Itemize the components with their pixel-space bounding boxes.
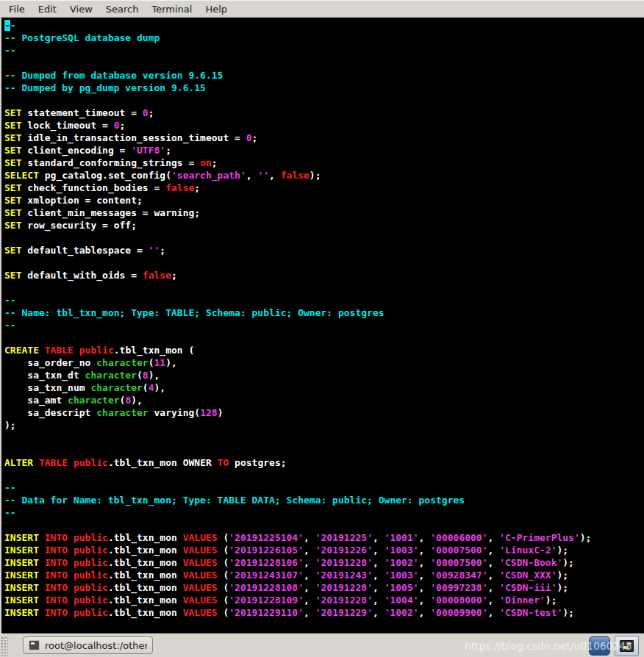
terminal-line <box>4 57 644 69</box>
terminal-line: -- Dumped from database version 9.6.15 <box>4 69 644 82</box>
terminal-line <box>4 281 644 294</box>
window-list-button-label: root@localhost:/other/... <box>45 640 147 651</box>
menu-item-terminal[interactable]: Terminal <box>145 1 198 17</box>
mini-terminal-window-icon <box>620 640 634 652</box>
terminal-line: sa_txn_dt character(8), <box>4 369 644 381</box>
menu-item-search[interactable]: Search <box>99 1 146 17</box>
terminal-line: SELECT pg_catalog.set_config('search_pat… <box>4 169 644 182</box>
terminal-line: ); <box>4 419 644 431</box>
menu-item-edit[interactable]: Edit <box>32 1 63 17</box>
menu-item-view[interactable]: View <box>63 1 99 17</box>
terminal-line: INSERT INTO public.tbl_txn_mon VALUES ('… <box>4 594 644 606</box>
terminal-line: INSERT INTO public.tbl_txn_mon VALUES ('… <box>4 581 644 594</box>
terminal-line: ALTER TABLE public.tbl_txn_mon OWNER TO … <box>4 456 644 469</box>
terminal-line: -- <box>4 44 644 57</box>
terminal-line: SET client_encoding = 'UTF8'; <box>4 144 644 157</box>
terminal-line: SET check_function_bodies = false; <box>4 182 644 194</box>
terminal-line <box>4 431 644 444</box>
terminal-screen[interactable]: ---- PostgreSQL database dump-- -- Dumpe… <box>0 18 644 633</box>
terminal-line: -- Name: tbl_txn_mon; Type: TABLE; Schem… <box>4 306 644 319</box>
terminal-line: SET row_security = off; <box>4 219 644 231</box>
terminal-line: -- <box>4 481 644 494</box>
terminal-line: CREATE TABLE public.tbl_txn_mon ( <box>4 344 644 356</box>
terminal-line <box>4 519 644 531</box>
terminal-cursor: - <box>4 20 10 31</box>
panel-drag-handle[interactable] <box>0 636 8 656</box>
terminal-line: SET default_tablespace = ''; <box>4 244 644 256</box>
terminal-line <box>4 231 644 244</box>
terminal-line <box>4 444 644 456</box>
terminal-icon <box>29 640 40 650</box>
terminal-line: SET idle_in_transaction_session_timeout … <box>4 132 644 144</box>
terminal-line: -- Dumped by pg_dump version 9.6.15 <box>4 82 644 94</box>
terminal-line: SET standard_conforming_strings = on; <box>4 157 644 169</box>
menu-item-help[interactable]: Help <box>198 1 234 17</box>
terminal-line: SET client_min_messages = warning; <box>4 207 644 219</box>
terminal-line: sa_txn_num character(4), <box>4 381 644 394</box>
terminal-line: INSERT INTO public.tbl_txn_mon VALUES ('… <box>4 606 644 619</box>
terminal-line: -- <box>4 506 644 519</box>
terminal-line: SET statement_timeout = 0; <box>4 107 644 119</box>
terminal-line: -- <box>4 19 644 32</box>
terminal-line <box>4 94 644 107</box>
taskbar-panel: root@localhost:/other/... https://blog.c… <box>0 633 644 657</box>
blue-applet-icon[interactable] <box>589 636 610 656</box>
terminal-line <box>4 331 644 344</box>
menu-item-file[interactable]: File <box>2 1 32 17</box>
terminal-line: -- <box>4 319 644 331</box>
terminal-line: sa_order_no character(11), <box>4 356 644 369</box>
terminal-line: INSERT INTO public.tbl_txn_mon VALUES ('… <box>4 544 644 556</box>
terminal-line: INSERT INTO public.tbl_txn_mon VALUES ('… <box>4 556 644 569</box>
terminal-line: SET xmloption = content; <box>4 194 644 207</box>
window-list-button-terminal[interactable]: root@localhost:/other/... <box>23 636 153 654</box>
terminal-line <box>4 256 644 269</box>
terminal-line: INSERT INTO public.tbl_txn_mon VALUES ('… <box>4 569 644 581</box>
terminal-line: -- PostgreSQL database dump <box>4 32 644 44</box>
menu-bar: FileEditViewSearchTerminalHelp <box>0 0 644 18</box>
workspace-switcher-button[interactable] <box>615 636 639 656</box>
terminal-line: sa_descript character varying(128) <box>4 406 644 419</box>
terminal-line: SET default_with_oids = false; <box>4 269 644 281</box>
terminal-line: INSERT INTO public.tbl_txn_mon VALUES ('… <box>4 531 644 544</box>
terminal-line: -- Data for Name: tbl_txn_mon; Type: TAB… <box>4 494 644 506</box>
terminal-line: sa_amt character(8), <box>4 394 644 406</box>
terminal-line: SET lock_timeout = 0; <box>4 119 644 132</box>
terminal-line: -- <box>4 294 644 306</box>
terminal-line <box>4 469 644 481</box>
